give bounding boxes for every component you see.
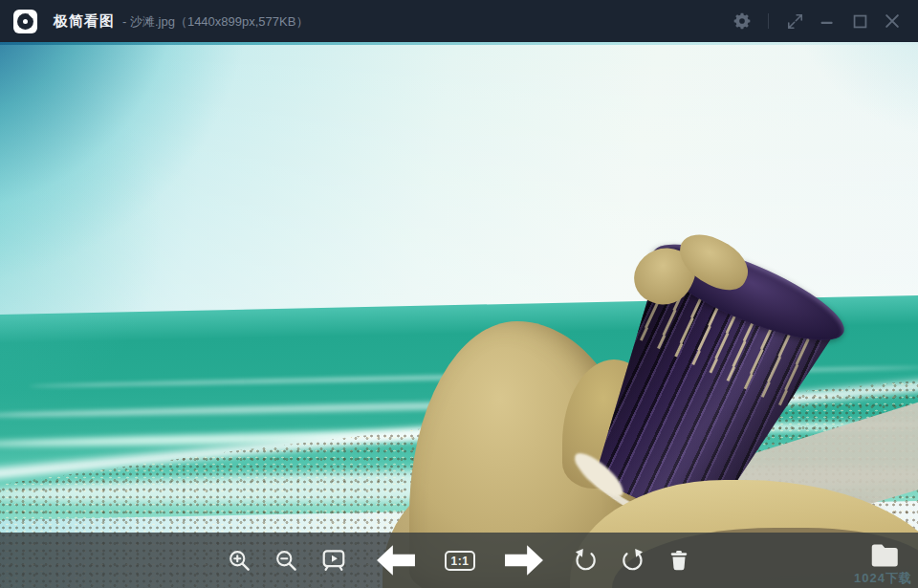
app-window: 极简看图 - 沙滩.jpg（1440x899px,577KB） bbox=[0, 0, 918, 588]
titlebar-divider bbox=[768, 13, 769, 29]
slideshow-icon[interactable] bbox=[320, 547, 347, 574]
title-bar: 极简看图 - 沙滩.jpg（1440x899px,577KB） bbox=[0, 0, 918, 42]
logo-dot bbox=[23, 19, 28, 24]
image-viewport[interactable]: 1:1 bbox=[0, 42, 918, 588]
photo-top-vignette-edge bbox=[0, 42, 918, 45]
watermark-text: 1024下载 bbox=[854, 570, 912, 587]
minimize-icon[interactable] bbox=[813, 7, 842, 35]
maximize-icon[interactable] bbox=[845, 7, 874, 35]
settings-gear-icon[interactable] bbox=[728, 7, 756, 35]
open-folder-icon[interactable] bbox=[868, 541, 903, 573]
rotate-left-icon[interactable] bbox=[573, 548, 599, 574]
window-title: 极简看图 - 沙滩.jpg（1440x899px,577KB） bbox=[54, 12, 308, 31]
app-logo-icon bbox=[13, 10, 37, 33]
actual-size-button[interactable]: 1:1 bbox=[445, 551, 476, 571]
delete-image-icon[interactable] bbox=[667, 548, 691, 573]
viewer-toolbar: 1:1 bbox=[0, 533, 918, 588]
zoom-in-icon[interactable] bbox=[227, 548, 252, 574]
previous-image-icon[interactable] bbox=[376, 544, 416, 577]
rotate-right-icon[interactable] bbox=[620, 548, 645, 574]
window-controls bbox=[728, 7, 918, 35]
file-info: - 沙滩.jpg（1440x899px,577KB） bbox=[122, 13, 308, 31]
fullscreen-icon[interactable] bbox=[780, 7, 809, 35]
close-icon[interactable] bbox=[878, 7, 907, 35]
toolbar-button-group: 1:1 bbox=[227, 544, 692, 577]
app-title: 极简看图 bbox=[54, 12, 115, 31]
next-image-icon[interactable] bbox=[504, 544, 544, 577]
zoom-out-icon[interactable] bbox=[273, 548, 299, 574]
